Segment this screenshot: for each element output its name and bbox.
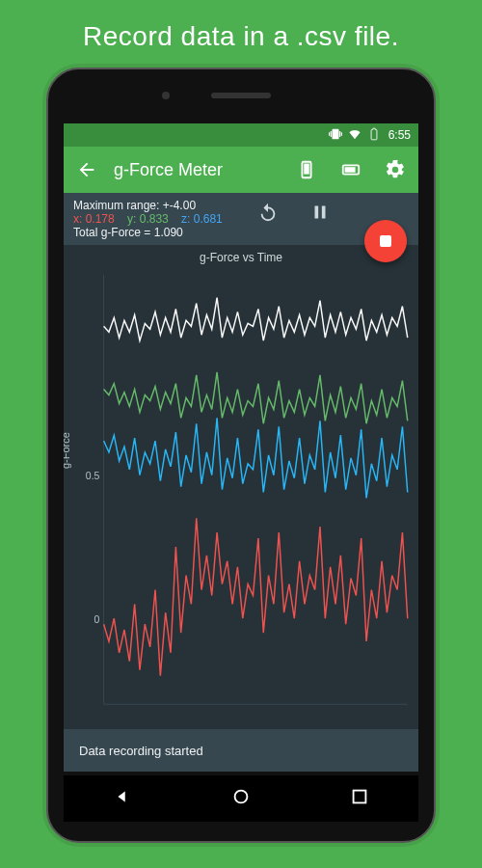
- vibrate-icon: [329, 127, 342, 144]
- back-arrow-icon: [76, 159, 97, 180]
- y-tick-0: 0: [94, 612, 100, 624]
- promo-headline: Record data in a .csv file.: [0, 0, 482, 60]
- chart-title: g-Force vs Time: [69, 249, 413, 264]
- phone-portrait-icon: [296, 159, 317, 180]
- app-title: g-Force Meter: [114, 160, 280, 180]
- y-value: y: 0.833: [127, 212, 169, 226]
- settings-button[interactable]: [378, 152, 413, 187]
- back-button[interactable]: [69, 152, 104, 187]
- status-time: 6:55: [388, 128, 411, 142]
- stop-icon: [380, 235, 391, 247]
- total-gforce-label: Total g-Force = 1.090: [73, 226, 409, 239]
- y-axis-label: g-Force: [64, 432, 71, 469]
- nav-home-button[interactable]: [230, 786, 252, 811]
- svg-rect-3: [345, 167, 356, 173]
- phone-frame: 6:55 g-Force Meter Maximum range: +-4.00…: [46, 68, 436, 843]
- android-nav-bar: [64, 775, 418, 822]
- nav-back-icon: [112, 786, 133, 807]
- snackbar-message: Data recording started: [79, 744, 203, 758]
- snackbar: Data recording started: [64, 729, 418, 772]
- battery-icon: [367, 127, 381, 144]
- rotate-screen-button[interactable]: [334, 152, 368, 187]
- axes-readout: x: 0.178 y: 0.833 z: 0.681: [73, 212, 409, 226]
- y-tick-0-5: 0.5: [86, 470, 100, 481]
- orientation-lock-button[interactable]: [289, 152, 324, 187]
- info-panel: Maximum range: +-4.00 x: 0.178 y: 0.833 …: [64, 193, 418, 245]
- app-bar: g-Force Meter: [64, 147, 418, 193]
- screen: 6:55 g-Force Meter Maximum range: +-4.00…: [64, 123, 418, 772]
- max-range-label: Maximum range: +-4.00: [73, 199, 409, 212]
- refresh-icon: [257, 202, 279, 223]
- gear-icon: [385, 159, 406, 180]
- svg-rect-7: [353, 791, 365, 803]
- pause-icon: [309, 202, 331, 223]
- x-value: x: 0.178: [73, 212, 115, 226]
- wifi-icon: [348, 127, 362, 144]
- reset-button[interactable]: [251, 195, 285, 230]
- phone-landscape-icon: [340, 159, 362, 180]
- svg-rect-1: [304, 164, 309, 175]
- z-value: z: 0.681: [181, 212, 223, 226]
- nav-home-icon: [230, 786, 252, 807]
- pause-button[interactable]: [303, 195, 337, 230]
- series-x: [104, 518, 408, 675]
- svg-point-6: [235, 791, 248, 803]
- phone-camera: [162, 92, 170, 99]
- series-y: [104, 418, 408, 498]
- nav-recents-icon: [349, 786, 370, 807]
- chart-svg: 0.5 0: [69, 264, 413, 725]
- stop-record-fab[interactable]: [364, 220, 407, 262]
- phone-speaker: [211, 93, 271, 98]
- series-z: [104, 372, 408, 423]
- chart-area: g-Force vs Time g-Force 0.5 0: [64, 245, 418, 729]
- nav-recents-button[interactable]: [349, 786, 370, 811]
- status-bar: 6:55: [64, 123, 418, 147]
- nav-back-button[interactable]: [112, 786, 133, 811]
- series-total: [104, 298, 408, 341]
